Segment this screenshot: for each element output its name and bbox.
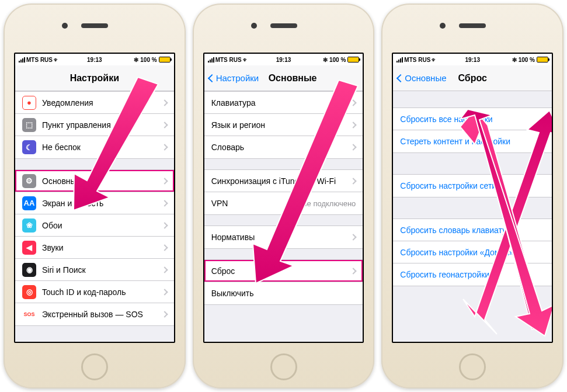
nav-bar: Настройки [15,65,174,91]
settings-row[interactable]: Сбросить все настройки [393,108,552,130]
speaker [459,23,486,28]
camera-dot [251,23,257,29]
screen-3: MTS RUSᯤ 19:13 ✻100 % Основные Сброс Сбр… [392,53,553,343]
row-label: Пункт управления [42,120,158,130]
settings-row[interactable]: VPNНе подключено [204,192,363,214]
chevron-right-icon [161,266,168,273]
settings-row[interactable]: ◎Touch ID и код-пароль [15,281,174,303]
speaker [81,23,108,28]
battery-pct: 100 % [519,57,535,63]
back-label: Настройки [216,73,259,83]
nav-bar: Настройки Основные [204,65,363,91]
status-bar: MTS RUSᯤ 19:13 ✻100 % [15,54,174,65]
row-label: Сброс [211,266,347,276]
row-value: Не подключено [301,199,356,208]
row-label: Экран и яркость [42,199,158,208]
camera-dot [440,23,446,29]
settings-row[interactable]: ⬚Пункт управления [15,114,174,136]
settings-row[interactable]: ◉Siri и Поиск [15,259,174,281]
row-icon: ◀ [22,241,36,255]
battery-pct: 100 % [329,57,346,63]
section-sync: Синхронизация с iTunes по Wi-FiVPNНе под… [204,169,363,215]
row-label: VPN [211,199,302,208]
section-reset-all: Сбросить все настройкиСтереть контент и … [393,107,552,153]
chevron-right-icon [161,122,168,128]
settings-row[interactable]: ◀Звуки [15,237,174,259]
row-label: Стереть контент и настройки [400,137,545,146]
wifi-icon: ᯤ [54,57,60,63]
chevron-right-icon [350,99,357,106]
settings-row[interactable]: Клавиатура [204,92,363,114]
back-label: Основные [405,73,446,83]
settings-row[interactable]: SOSЭкстренный вызов — SOS [15,303,174,325]
row-label: Клавиатура [211,98,347,107]
settings-row[interactable]: ❀Обои [15,214,174,237]
row-label: Сбросить геонастройки [400,270,545,279]
chevron-right-icon [161,289,168,295]
chevron-right-icon [350,268,357,274]
section-notifications: ●Уведомления⬚Пункт управления☾Не беспок [15,91,174,159]
row-label: Словарь [211,143,347,152]
settings-row[interactable]: Сбросить настройки сети [393,175,552,197]
settings-row[interactable]: Сброс [204,260,363,282]
bluetooth-icon: ✻ [323,57,328,63]
battery-pct: 100 % [140,57,156,63]
phone-1: MTS RUSᯤ 19:13 ✻100 % Настройки ●Уведомл… [4,4,186,388]
settings-row[interactable]: ☾Не беспок [15,136,174,158]
battery-icon [347,57,359,63]
chevron-right-icon [161,311,168,317]
back-button[interactable]: Настройки [204,73,264,83]
row-label: Уведомления [42,98,158,107]
row-label: Не беспок [42,143,158,152]
time: 19:13 [465,57,480,63]
section-reset-network: Сбросить настройки сети [393,174,552,197]
settings-row[interactable]: Нормативы [204,226,363,248]
bluetooth-icon: ✻ [134,57,138,63]
carrier: MTS RUS [404,57,430,63]
screen-2: MTS RUSᯤ 19:13 ✻100 % Настройки Основные… [203,53,364,343]
settings-row[interactable]: Словарь [204,136,363,158]
status-bar: MTS RUSᯤ 19:13 ✻100 % [393,54,552,65]
settings-row[interactable]: Язык и регион [204,114,363,136]
home-button[interactable] [81,353,108,380]
settings-row[interactable]: ⚙Основные [15,170,174,192]
page-title: Настройки [15,73,174,84]
chevron-right-icon [350,122,357,128]
battery-icon [537,57,548,63]
status-bar: MTS RUSᯤ 19:13 ✻100 % [204,54,363,65]
time: 19:13 [276,57,291,63]
settings-row[interactable]: Выключить [204,282,363,304]
settings-row[interactable]: Сбросить словарь клавиатуры [393,219,552,241]
row-label: Нормативы [211,233,347,242]
settings-row[interactable]: AAЭкран и яркость [15,192,174,214]
section-reset-other: Сбросить словарь клавиатурыСбросить наст… [393,218,552,286]
chevron-right-icon [161,178,168,184]
chevron-right-icon [350,178,357,184]
settings-row[interactable]: ●Уведомления [15,92,174,114]
settings-row[interactable]: Сбросить геонастройки [393,263,552,286]
row-label: Обои [42,221,158,230]
row-label: Синхронизация с iTunes по Wi-Fi [211,176,347,186]
settings-row[interactable]: Синхронизация с iTunes по Wi-Fi [204,170,363,192]
home-button[interactable] [459,353,486,380]
section-keyboard: КлавиатураЯзык и регионСловарь [204,91,363,159]
camera-dot [62,23,68,29]
row-icon: ⚙ [22,174,36,188]
row-label: Основные [42,176,158,186]
row-icon: SOS [22,307,36,321]
row-label: Сбросить все настройки [400,115,545,124]
chevron-right-icon [161,200,168,206]
chevron-left-icon [396,74,405,82]
back-button[interactable]: Основные [393,73,451,83]
settings-row[interactable]: Стереть контент и настройки [393,130,552,152]
chevron-right-icon [161,244,168,251]
time: 19:13 [87,57,102,63]
settings-row[interactable]: Сбросить настройки «Домой» [393,241,552,263]
home-button[interactable] [270,353,297,380]
chevron-left-icon [208,74,216,82]
row-icon: ☾ [22,140,36,154]
phone-3: MTS RUSᯤ 19:13 ✻100 % Основные Сброс Сбр… [381,4,563,388]
chevron-right-icon [161,99,168,106]
carrier: MTS RUS [26,57,53,63]
row-label: Сбросить настройки сети [400,181,545,190]
